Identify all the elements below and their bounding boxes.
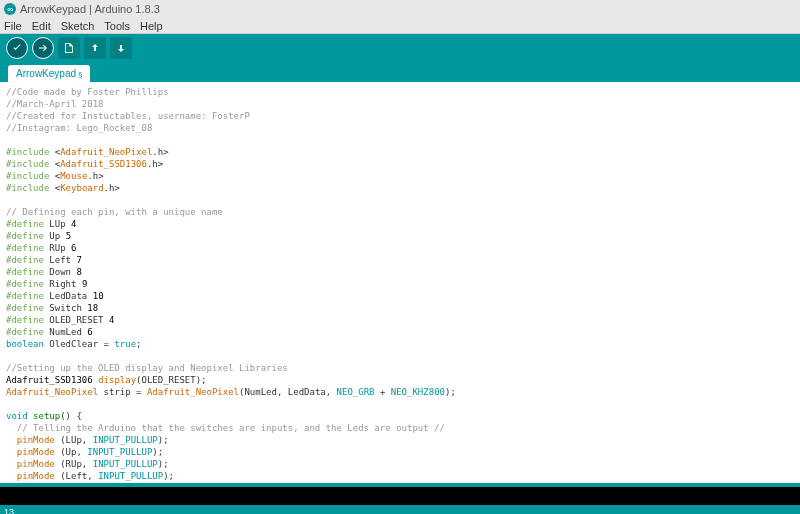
menu-edit[interactable]: Edit (32, 20, 51, 32)
comment: //Setting up the OLED display and Neopix… (6, 363, 288, 373)
comment: //Code made by Foster Phillips (6, 87, 169, 97)
tab-arrowkeypad[interactable]: ArrowKeypad§ (8, 65, 90, 82)
toolbar (0, 34, 800, 62)
arrow-up-icon (89, 42, 101, 54)
menubar: File Edit Sketch Tools Help (0, 18, 800, 34)
tab-strip: ArrowKeypad§ (0, 62, 800, 82)
menu-file[interactable]: File (4, 20, 22, 32)
open-button[interactable] (84, 37, 106, 59)
code-editor[interactable]: //Code made by Foster Phillips //March-A… (0, 82, 800, 483)
new-file-icon (63, 42, 75, 54)
comment: //Instagram: Lego_Rocket_08 (6, 123, 152, 133)
arrow-down-icon (115, 42, 127, 54)
new-button[interactable] (58, 37, 80, 59)
console[interactable] (0, 487, 800, 505)
comment: //Created for Instuctables, username: Fo… (6, 111, 250, 121)
check-icon (11, 42, 23, 54)
menu-help[interactable]: Help (140, 20, 163, 32)
comment: //March-April 2018 (6, 99, 104, 109)
comment: // Telling the Arduino that the switches… (6, 423, 445, 433)
titlebar: ∞ ArrowKeypad | Arduino 1.8.3 (0, 0, 800, 18)
comment: // Defining each pin, with a unique name (6, 207, 223, 217)
footer: 13 (0, 505, 800, 514)
menu-sketch[interactable]: Sketch (61, 20, 95, 32)
line-number: 13 (4, 507, 14, 515)
verify-button[interactable] (6, 37, 28, 59)
arduino-logo-icon: ∞ (4, 3, 16, 15)
window-title: ArrowKeypad | Arduino 1.8.3 (20, 3, 160, 15)
save-button[interactable] (110, 37, 132, 59)
menu-tools[interactable]: Tools (104, 20, 130, 32)
upload-button[interactable] (32, 37, 54, 59)
arrow-right-icon (37, 42, 49, 54)
